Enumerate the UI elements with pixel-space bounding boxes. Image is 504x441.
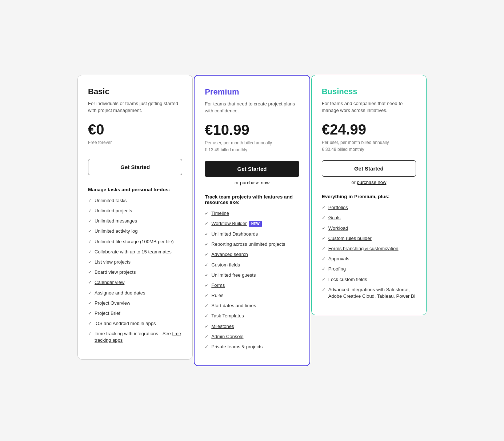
plan-title-premium: Premium xyxy=(205,87,299,97)
check-icon: ✓ xyxy=(88,331,92,337)
check-icon: ✓ xyxy=(205,282,208,289)
feature-text: Unlimited activity log xyxy=(95,228,138,234)
feature-link[interactable]: Advanced search xyxy=(211,252,248,257)
feature-text: Calendar view xyxy=(95,279,124,286)
plan-billing-basic: Free forever xyxy=(88,139,182,152)
list-item: ✓Forms xyxy=(205,282,299,289)
check-icon: ✓ xyxy=(205,231,208,237)
list-item: ✓Forms branching & customization xyxy=(322,245,416,252)
feature-text: Forms xyxy=(211,282,225,289)
get-started-button-business[interactable]: Get Started xyxy=(322,160,416,177)
list-item: ✓Custom fields xyxy=(205,262,299,268)
list-item: ✓Lock custom fields xyxy=(322,276,416,283)
feature-link[interactable]: Approvals xyxy=(328,256,349,261)
check-icon: ✓ xyxy=(322,205,325,211)
check-icon: ✓ xyxy=(88,208,92,214)
feature-text: Forms branching & customization xyxy=(328,245,399,252)
section-label-basic: Manage tasks and personal to-dos: xyxy=(88,187,182,192)
feature-link[interactable]: Forms xyxy=(211,282,225,288)
feature-link[interactable]: Milestones xyxy=(211,324,234,329)
feature-link[interactable]: Custom rules builder xyxy=(328,236,372,241)
check-icon: ✓ xyxy=(88,218,92,224)
feature-text: Unlimited messages xyxy=(95,218,137,224)
list-item: ✓Portfolios xyxy=(322,204,416,211)
feature-text: Task Templates xyxy=(211,313,244,319)
feature-text: Collaborate with up to 15 teammates xyxy=(95,249,172,255)
list-item: ✓Reporting across unlimited projects xyxy=(205,241,299,248)
feature-text: Reporting across unlimited projects xyxy=(211,241,285,248)
list-item: ✓Unlimited activity log xyxy=(88,228,182,234)
list-item: ✓Board view projects xyxy=(88,269,182,276)
list-item: ✓Goals xyxy=(322,215,416,221)
feature-text: Admin Console xyxy=(211,333,243,340)
list-item: ✓Custom rules builder xyxy=(322,235,416,242)
feature-text: Unlimited file storage (100MB per file) xyxy=(95,238,173,245)
feature-link[interactable]: Portfolios xyxy=(328,205,348,210)
feature-text: Timeline xyxy=(211,210,229,217)
list-item: ✓Collaborate with up to 15 teammates xyxy=(88,249,182,255)
feature-text: Start dates and times xyxy=(211,302,256,309)
list-item: ✓Unlimited projects xyxy=(88,208,182,214)
plan-price-business: €24.99 xyxy=(322,121,416,138)
plan-card-basic: BasicFor individuals or teams just getti… xyxy=(77,75,193,360)
list-item: ✓Private teams & projects xyxy=(205,344,299,350)
check-icon: ✓ xyxy=(88,239,92,245)
list-item: ✓Assignee and due dates xyxy=(88,290,182,296)
feature-text: Workflow BuilderNEW xyxy=(211,220,262,227)
check-icon: ✓ xyxy=(88,249,92,255)
purchase-now-link-business[interactable]: purchase now xyxy=(357,180,386,185)
feature-text: Portfolios xyxy=(328,204,348,211)
get-started-button-premium[interactable]: Get Started xyxy=(205,161,299,177)
purchase-now-row-premium: or purchase now xyxy=(205,180,299,185)
check-icon: ✓ xyxy=(205,272,208,278)
feature-link[interactable]: time tracking apps xyxy=(95,331,181,343)
feature-text: iOS and Android mobile apps xyxy=(95,320,156,327)
feature-text: Advanced search xyxy=(211,251,248,258)
list-item: ✓Workload xyxy=(322,225,416,232)
check-icon: ✓ xyxy=(88,290,92,296)
pricing-container: BasicFor individuals or teams just getti… xyxy=(77,75,427,366)
feature-text: Custom fields xyxy=(211,262,240,268)
feature-list-premium: ✓Timeline✓Workflow BuilderNEW✓Unlimited … xyxy=(205,210,299,350)
feature-link[interactable]: List view projects xyxy=(95,259,131,265)
check-icon: ✓ xyxy=(205,262,208,268)
list-item: ✓Unlimited free guests xyxy=(205,272,299,278)
feature-text: Private teams & projects xyxy=(211,344,263,350)
plan-card-premium: PremiumFor teams that need to create pro… xyxy=(194,75,310,366)
feature-text: Unlimited Dashboards xyxy=(211,231,258,237)
purchase-now-link-premium[interactable]: purchase now xyxy=(240,180,269,185)
check-icon: ✓ xyxy=(88,269,92,276)
feature-text: Goals xyxy=(328,215,341,221)
feature-link[interactable]: Timeline xyxy=(211,211,229,216)
feature-link[interactable]: Calendar view xyxy=(95,280,124,285)
check-icon: ✓ xyxy=(88,259,92,265)
check-icon: ✓ xyxy=(205,313,208,319)
plan-billing-business: Per user, per month billed annually€ 30.… xyxy=(322,139,416,153)
check-icon: ✓ xyxy=(322,287,325,293)
check-icon: ✓ xyxy=(205,221,208,227)
feature-link[interactable]: Forms branching & customization xyxy=(328,246,399,251)
feature-link[interactable]: Custom fields xyxy=(211,262,240,268)
section-label-business: Everything in Premium, plus: xyxy=(322,194,416,199)
check-icon: ✓ xyxy=(322,215,325,221)
feature-text: Custom rules builder xyxy=(328,235,372,242)
list-item: ✓Unlimited tasks xyxy=(88,197,182,204)
plan-desc-premium: For teams that need to create project pl… xyxy=(205,100,299,115)
list-item: ✓Timeline xyxy=(205,210,299,217)
list-item: ✓Calendar view xyxy=(88,279,182,286)
feature-link[interactable]: Admin Console xyxy=(211,334,243,339)
check-icon: ✓ xyxy=(205,344,208,350)
feature-text: Rules xyxy=(211,292,223,299)
feature-link[interactable]: Workflow Builder xyxy=(211,221,247,226)
feature-text: Unlimited projects xyxy=(95,208,132,214)
feature-text: Time tracking with integrations - See ti… xyxy=(95,330,182,344)
feature-link[interactable]: Goals xyxy=(328,215,341,220)
feature-text: Proofing xyxy=(328,266,346,272)
check-icon: ✓ xyxy=(322,256,325,262)
check-icon: ✓ xyxy=(205,211,208,217)
get-started-button-basic[interactable]: Get Started xyxy=(88,159,182,175)
list-item: ✓Advanced integrations with Salesforce, … xyxy=(322,286,416,300)
feature-link[interactable]: Workload xyxy=(328,225,348,231)
feature-text: List view projects xyxy=(95,259,131,265)
list-item: ✓Project Brief xyxy=(88,310,182,317)
